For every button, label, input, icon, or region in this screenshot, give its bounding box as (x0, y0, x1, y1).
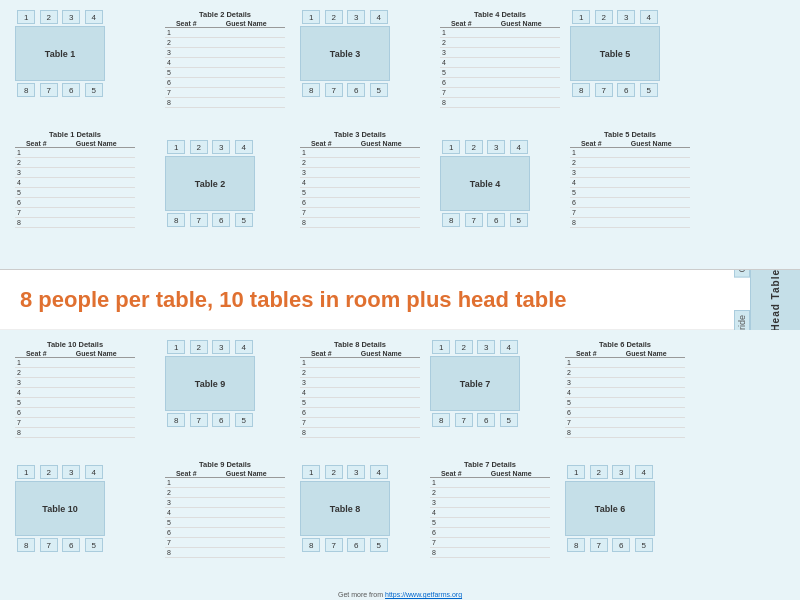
details-header: Table 9 Details (165, 460, 285, 469)
seat: 5 (500, 413, 518, 427)
seat: 6 (62, 83, 80, 97)
seat: 5 (370, 538, 388, 552)
seat: 8 (572, 83, 590, 97)
seat: 2 (190, 140, 208, 154)
seat: 4 (510, 140, 528, 154)
details-header: Table 1 Details (15, 130, 135, 139)
seat: 6 (612, 538, 630, 552)
details-header: Table 4 Details (440, 10, 560, 19)
seat: 4 (635, 465, 653, 479)
seat: 2 (455, 340, 473, 354)
table4-box: Table 4 (440, 156, 530, 211)
footer-link[interactable]: https://www.getfarms.org (385, 591, 462, 598)
seat: 6 (212, 213, 230, 227)
seat: 6 (347, 83, 365, 97)
seat: 2 (325, 10, 343, 24)
table5-details: Table 5 Details Seat #Guest Name 1 2 3 4… (570, 130, 690, 228)
seat: 3 (617, 10, 635, 24)
seat: 8 (17, 538, 35, 552)
table2-box: Table 2 (165, 156, 255, 211)
table8-widget: 1 2 3 4 Table 8 8 7 6 5 (300, 465, 390, 552)
seat: 2 (590, 465, 608, 479)
table6-details-top: Table 6 Details Seat #Guest Name 1 2 3 4… (565, 340, 685, 438)
seat: 2 (190, 340, 208, 354)
table7-widget: 1 2 3 4 Table 7 8 7 6 5 (430, 340, 520, 427)
seat: 7 (590, 538, 608, 552)
table1-box: Table 1 (15, 26, 105, 81)
seat: 3 (62, 10, 80, 24)
seat: 1 (567, 465, 585, 479)
seat: 5 (235, 413, 253, 427)
seat: 5 (85, 538, 103, 552)
seat: 2 (325, 465, 343, 479)
seat: 5 (510, 213, 528, 227)
seat: 1 (167, 140, 185, 154)
seat: 4 (500, 340, 518, 354)
seat: 6 (477, 413, 495, 427)
table5-box: Table 5 (570, 26, 660, 81)
bottom-section: Table 10 Details Seat #Guest Name 1 2 3 … (0, 330, 800, 600)
seat: 7 (325, 83, 343, 97)
seat: 4 (370, 465, 388, 479)
table2-widget: 1 2 3 4 Table 2 8 7 6 5 (165, 140, 255, 227)
seat: 3 (212, 140, 230, 154)
seat: 6 (347, 538, 365, 552)
seat: 1 (572, 10, 590, 24)
seat: 4 (85, 465, 103, 479)
seat: 3 (612, 465, 630, 479)
table2-details-top: Table 2 Details Seat #Guest Name 1 2 3 4… (165, 10, 285, 108)
top-section: 1 2 3 4 Table 1 8 7 6 5 Table 1 Details … (0, 0, 800, 270)
seat: 5 (640, 83, 658, 97)
seat: 7 (595, 83, 613, 97)
seat: 7 (455, 413, 473, 427)
seat: 6 (212, 413, 230, 427)
seat: 4 (235, 140, 253, 154)
seat: 2 (595, 10, 613, 24)
seat: 4 (370, 10, 388, 24)
seat: 7 (465, 213, 483, 227)
seat: 5 (635, 538, 653, 552)
seat: 1 (432, 340, 450, 354)
table9-box: Table 9 (165, 356, 255, 411)
seat: 7 (325, 538, 343, 552)
table9-widget: 1 2 3 4 Table 9 8 7 6 5 (165, 340, 255, 427)
table7-box: Table 7 (430, 356, 520, 411)
seat: 4 (640, 10, 658, 24)
table1-details: Table 1 Details Seat #Guest Name 1 2 3 4… (15, 130, 135, 228)
seat: 7 (40, 538, 58, 552)
seat: 7 (40, 83, 58, 97)
details-header: Table 7 Details (430, 460, 550, 469)
seat: 7 (190, 413, 208, 427)
table7-details: Table 7 Details Seat #Guest Name 1 2 3 4… (430, 460, 550, 558)
seat: 8 (442, 213, 460, 227)
headline: 8 people per table, 10 tables in room pl… (20, 287, 566, 313)
seat: 2 (40, 465, 58, 479)
seat: 1 (17, 465, 35, 479)
middle-section: 8 people per table, 10 tables in room pl… (0, 270, 800, 330)
seat: 8 (302, 83, 320, 97)
seat: 2 (465, 140, 483, 154)
table8-box: Table 8 (300, 481, 390, 536)
seat: 6 (487, 213, 505, 227)
seat: 4 (235, 340, 253, 354)
details-header: Table 5 Details (570, 130, 690, 139)
seat: 3 (477, 340, 495, 354)
seat: 6 (62, 538, 80, 552)
seat: 7 (190, 213, 208, 227)
seat: 3 (487, 140, 505, 154)
details-header: Table 10 Details (15, 340, 135, 349)
seat: 3 (62, 465, 80, 479)
table9-details: Table 9 Details Seat #Guest Name 1 2 3 4… (165, 460, 285, 558)
seat: 8 (167, 213, 185, 227)
seat: 2 (40, 10, 58, 24)
seat: 5 (235, 213, 253, 227)
table10-box: Table 10 (15, 481, 105, 536)
seat: 8 (17, 83, 35, 97)
table1-widget: 1 2 3 4 Table 1 8 7 6 5 (15, 10, 105, 97)
seat: 4 (85, 10, 103, 24)
footer-text: Get more from https://www.getfarms.org (0, 591, 800, 598)
table6-widget: 1 2 3 4 Table 6 8 7 6 5 (565, 465, 655, 552)
table3-widget: 1 2 3 4 Table 3 8 7 6 5 (300, 10, 390, 97)
seat: 1 (302, 10, 320, 24)
table10-details-top: Table 10 Details Seat #Guest Name 1 2 3 … (15, 340, 135, 438)
